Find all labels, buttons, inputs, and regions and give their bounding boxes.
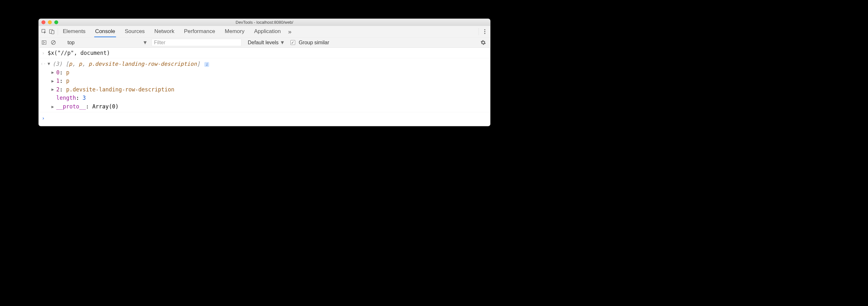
console-command[interactable]: $x("//p", document)	[48, 49, 110, 57]
divider	[61, 39, 62, 45]
console-toolbar: top ▼ Default levels ▼ ✓ Group similar	[39, 37, 490, 48]
tab-application[interactable]: Application	[253, 26, 282, 37]
expand-arrow-icon[interactable]	[52, 103, 55, 110]
array-count: (3)	[53, 61, 62, 67]
context-value: top	[68, 39, 75, 46]
svg-marker-8	[44, 42, 45, 43]
gear-icon[interactable]	[479, 38, 487, 46]
svg-line-10	[52, 41, 55, 44]
proto-property[interactable]: __proto__: Array(0)	[52, 102, 488, 111]
output-arrow-icon: ‹·	[41, 60, 46, 67]
device-toggle-icon[interactable]	[48, 28, 56, 35]
console-output: › $x("//p", document) ‹· (3) [p, p, p.de…	[39, 48, 490, 126]
svg-point-4	[484, 31, 486, 32]
result-summary[interactable]: (3) [p, p, p.devsite-landing-row-descrip…	[48, 60, 488, 68]
caret-down-icon: ▼	[280, 39, 285, 46]
console-result-row: ‹· (3) [p, p, p.devsite-landing-row-desc…	[39, 58, 490, 112]
context-selector[interactable]: top ▼	[65, 39, 150, 46]
console-prompt-row[interactable]: ›	[39, 112, 490, 126]
tab-memory[interactable]: Memory	[224, 26, 245, 37]
result-tree: 0: p 1: p 2: p.devsite-landing-row-descr…	[48, 68, 488, 111]
clear-console-icon[interactable]	[50, 38, 57, 46]
prompt-icon: ›	[41, 114, 46, 122]
length-property[interactable]: length: 3	[52, 94, 488, 102]
expand-arrow-icon[interactable]	[52, 68, 55, 75]
console-input-row: › $x("//p", document)	[39, 48, 490, 58]
svg-point-5	[484, 33, 486, 34]
kebab-menu-icon[interactable]	[481, 28, 489, 35]
inspect-element-icon[interactable]	[40, 28, 48, 35]
devtools-window: DevTools - localhost:8080/web/ Elements …	[38, 19, 490, 126]
main-tabbar: Elements Console Sources Network Perform…	[39, 26, 490, 37]
divider	[58, 28, 58, 35]
expand-arrow-icon[interactable]	[48, 60, 51, 67]
caret-down-icon: ▼	[143, 39, 148, 46]
titlebar: DevTools - localhost:8080/web/	[39, 19, 490, 26]
console-input[interactable]	[48, 114, 488, 122]
info-icon[interactable]: i	[204, 62, 209, 67]
log-levels-selector[interactable]: Default levels ▼	[248, 39, 285, 46]
group-similar-checkbox[interactable]: ✓	[290, 40, 295, 45]
tab-network[interactable]: Network	[154, 26, 175, 37]
group-similar-label: Group similar	[299, 39, 329, 46]
expand-arrow-icon[interactable]	[52, 77, 55, 84]
input-prompt-icon: ›	[41, 49, 46, 57]
tab-sources[interactable]: Sources	[124, 26, 146, 37]
array-entry[interactable]: 2: p.devsite-landing-row-description	[52, 85, 488, 94]
sidebar-toggle-icon[interactable]	[40, 38, 48, 46]
svg-point-3	[484, 29, 486, 30]
panel-tabs: Elements Console Sources Network Perform…	[62, 26, 282, 37]
levels-label: Default levels	[248, 39, 279, 46]
array-entry[interactable]: 0: p	[52, 68, 488, 77]
tab-performance[interactable]: Performance	[183, 26, 216, 37]
tab-console[interactable]: Console	[94, 26, 116, 37]
window-title: DevTools - localhost:8080/web/	[39, 20, 490, 25]
divider	[478, 28, 479, 35]
svg-rect-2	[52, 30, 54, 34]
expand-arrow-icon[interactable]	[52, 86, 55, 93]
array-entry[interactable]: 1: p	[52, 77, 488, 85]
tab-elements[interactable]: Elements	[62, 26, 87, 37]
filter-input[interactable]	[152, 39, 241, 46]
more-tabs-icon[interactable]: »	[288, 28, 292, 35]
